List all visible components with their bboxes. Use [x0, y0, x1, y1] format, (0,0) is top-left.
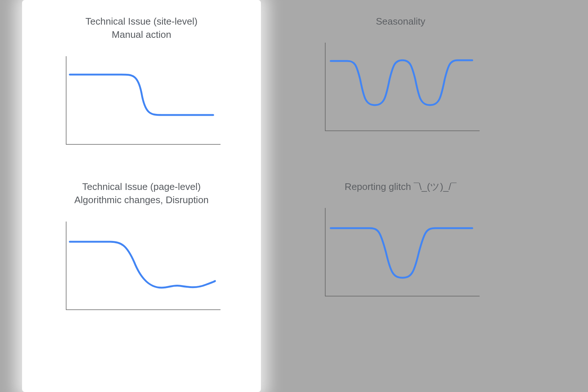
title-line-1: Reporting glitch ¯\_(ツ)_/¯ — [345, 181, 456, 192]
chart-reporting-glitch — [318, 204, 483, 300]
title-line-2: Algorithmic changes, Disruption — [74, 194, 209, 205]
panel-page-level: Technical Issue (page-level) Algorithmic… — [46, 180, 237, 313]
chart-seasonality — [318, 39, 483, 134]
chart-page-level — [59, 218, 224, 313]
title-line-1: Technical Issue (page-level) — [82, 181, 201, 192]
title-line-1: Seasonality — [376, 16, 425, 27]
panel-title: Seasonality — [305, 15, 496, 28]
panel-title: Reporting glitch ¯\_(ツ)_/¯ — [305, 180, 496, 193]
panel-title: Technical Issue (site-level) Manual acti… — [46, 15, 237, 42]
panel-site-level: Technical Issue (site-level) Manual acti… — [46, 15, 237, 148]
title-line-2: Manual action — [112, 29, 171, 40]
chart-site-level — [59, 53, 224, 148]
panel-title: Technical Issue (page-level) Algorithmic… — [46, 180, 237, 207]
title-line-1: Technical Issue (site-level) — [86, 16, 198, 27]
panel-seasonality: Seasonality — [305, 15, 496, 134]
panel-reporting-glitch: Reporting glitch ¯\_(ツ)_/¯ — [305, 180, 496, 300]
